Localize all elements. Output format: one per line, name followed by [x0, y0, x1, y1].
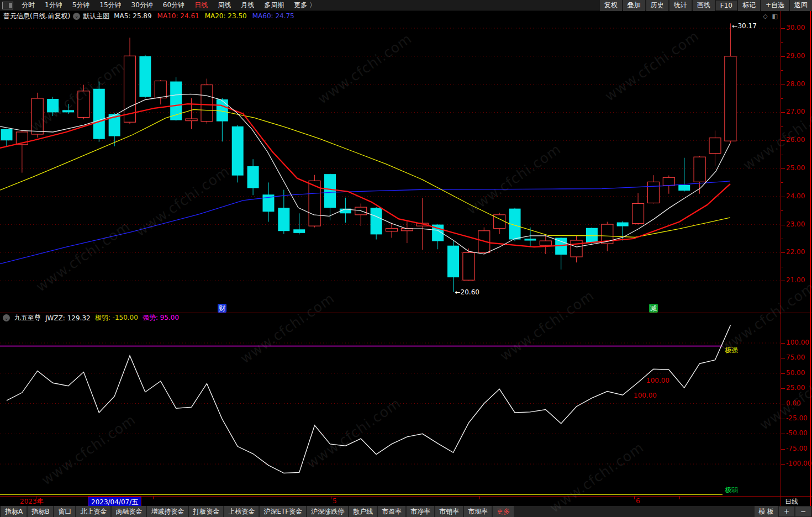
candle[interactable] — [709, 130, 721, 166]
indicator-chart[interactable] — [0, 323, 781, 496]
period-tab-1分钟[interactable]: 1分钟 — [40, 1, 67, 10]
candle[interactable] — [47, 97, 59, 116]
zoom-in-button[interactable]: + — [779, 507, 794, 516]
toolbar-button-市现率[interactable]: 市现率 — [464, 506, 492, 517]
period-tab-日线[interactable]: 日线 — [189, 1, 213, 10]
toolbar-button-散户线[interactable]: 散户线 — [349, 506, 377, 517]
candle[interactable] — [262, 182, 274, 221]
period-tab-月线[interactable]: 月线 — [236, 1, 259, 10]
period-tab-多周期[interactable]: 多周期 — [259, 1, 289, 10]
period-tab-更多 〉[interactable]: 更多 〉 — [289, 1, 321, 10]
period-tab-60分钟[interactable]: 60分钟 — [158, 1, 189, 10]
zoom-out-button[interactable]: − — [795, 507, 811, 516]
candle[interactable] — [324, 173, 336, 220]
period-tab-分时[interactable]: 分时 — [17, 1, 40, 10]
chevron-down-icon[interactable]: ⌄ — [3, 314, 10, 321]
candle[interactable] — [463, 249, 474, 281]
candle[interactable] — [16, 130, 28, 172]
candle[interactable] — [201, 78, 213, 123]
split-view-icon[interactable]: ◧ — [772, 13, 778, 20]
candle[interactable] — [401, 221, 413, 244]
toolbar-button-指标A[interactable]: 指标A — [1, 506, 27, 517]
candle[interactable] — [555, 237, 567, 269]
candle[interactable] — [678, 158, 690, 192]
toolbar-button-沪深ETF资金[interactable]: 沪深ETF资金 — [260, 506, 306, 517]
indicator-axis-label: -25.00 — [786, 414, 808, 422]
top-button-标记[interactable]: 标记 — [738, 0, 760, 11]
candle[interactable] — [78, 85, 89, 119]
candle[interactable] — [293, 213, 305, 234]
candle[interactable] — [170, 77, 182, 121]
date-tick — [331, 497, 331, 499]
period-label[interactable]: 日线 — [785, 497, 798, 507]
period-tab-30分钟[interactable]: 30分钟 — [126, 1, 158, 10]
candle[interactable] — [663, 176, 674, 194]
candle[interactable] — [509, 208, 521, 241]
axis-tick — [781, 225, 785, 225]
candle[interactable] — [62, 104, 74, 114]
indicator-value: JWZZ: 129.32 — [45, 314, 91, 322]
diamond-icon[interactable]: ◇ — [763, 13, 767, 20]
candle[interactable] — [494, 213, 505, 234]
toolbar-button-北上资金[interactable]: 北上资金 — [76, 506, 110, 517]
axis-tick — [781, 388, 785, 389]
top-button-+自选[interactable]: +自选 — [761, 0, 789, 11]
candle[interactable] — [371, 207, 382, 239]
toolbar-button-打板资金[interactable]: 打板资金 — [189, 506, 223, 517]
top-button-历史[interactable]: 历史 — [646, 0, 668, 11]
candle[interactable] — [139, 55, 151, 98]
template-button[interactable]: 模 板 — [755, 506, 778, 517]
price-axis-label: 25.00 — [786, 164, 805, 172]
toolbar-button-沪深涨跌停[interactable]: 沪深涨跌停 — [307, 506, 348, 517]
candle[interactable] — [725, 23, 736, 143]
candle[interactable] — [694, 156, 705, 194]
axis-minor-tick — [781, 98, 783, 99]
candle[interactable] — [232, 125, 244, 182]
candle[interactable] — [524, 228, 536, 247]
candle[interactable] — [355, 204, 367, 226]
candle[interactable] — [447, 241, 459, 292]
top-button-画线[interactable]: 画线 — [693, 0, 715, 11]
date-tick — [153, 497, 154, 499]
top-button-叠加[interactable]: 叠加 — [623, 0, 645, 11]
candle[interactable] — [186, 98, 197, 129]
event-badge-减[interactable]: 减 — [649, 304, 658, 313]
candlestick-chart[interactable] — [0, 21, 781, 313]
toolbar-button-两融资金[interactable]: 两融资金 — [112, 506, 146, 517]
candle[interactable] — [124, 38, 136, 124]
candle[interactable] — [647, 175, 659, 203]
period-tab-5分钟[interactable]: 5分钟 — [67, 1, 95, 10]
candle[interactable] — [632, 193, 644, 225]
period-tab-周线[interactable]: 周线 — [213, 1, 236, 10]
price-axis-label: 24.00 — [786, 192, 805, 200]
candle[interactable] — [247, 159, 259, 195]
period-tab-15分钟[interactable]: 15分钟 — [94, 1, 126, 10]
chevron-down-icon[interactable]: ⌄ — [73, 13, 80, 20]
top-button-统计[interactable]: 统计 — [669, 0, 692, 11]
event-badge-财[interactable]: 财 — [218, 304, 226, 313]
toolbar-more-button[interactable]: 更多 — [493, 506, 514, 517]
top-button-复权[interactable]: 复权 — [600, 0, 622, 11]
date-tick — [634, 497, 635, 499]
toolbar-button-市净率[interactable]: 市净率 — [407, 506, 434, 517]
indicator-axis-label: 75.00 — [786, 354, 805, 361]
axis-tick — [781, 419, 785, 419]
candle[interactable] — [571, 236, 582, 262]
indicator-name[interactable]: 九五至尊 — [14, 313, 41, 323]
candle[interactable] — [155, 80, 166, 104]
window-icon[interactable] — [2, 2, 13, 9]
toolbar-button-市盈率[interactable]: 市盈率 — [378, 506, 405, 517]
toolbar-button-指标B[interactable]: 指标B — [28, 506, 53, 517]
candle[interactable] — [309, 175, 320, 228]
toolbar-button-窗口[interactable]: 窗口 — [54, 506, 75, 517]
main-layout-label[interactable]: 默认主图 — [83, 12, 109, 21]
top-button-F10[interactable]: F10 — [716, 1, 737, 10]
right-edge-line[interactable] — [810, 11, 811, 506]
candle[interactable] — [93, 82, 105, 142]
toolbar-button-市销率[interactable]: 市销率 — [435, 506, 463, 517]
toolbar-button-增减持资金[interactable]: 增减持资金 — [147, 506, 188, 517]
top-button-返回[interactable]: 返回 — [790, 0, 812, 11]
toolbar-button-上榜资金[interactable]: 上榜资金 — [224, 506, 259, 517]
candle[interactable] — [340, 198, 351, 223]
candle[interactable] — [1, 129, 13, 147]
